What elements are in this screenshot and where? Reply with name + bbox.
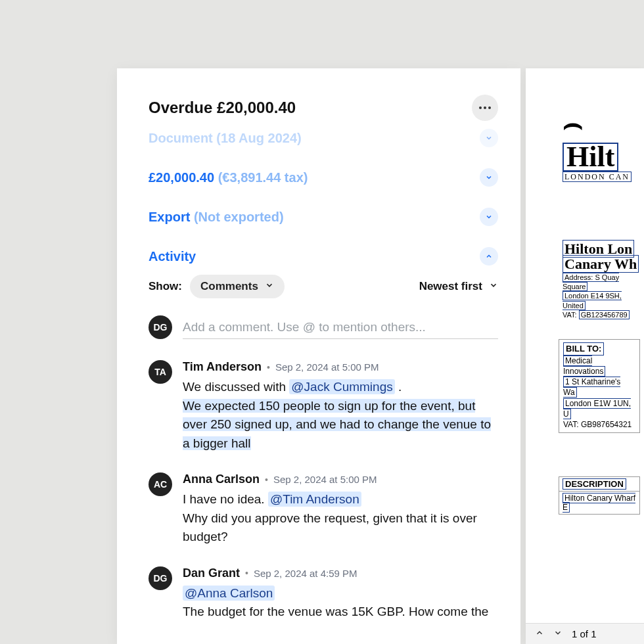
hotel-logo: ⌢ Hilt LONDON CAN	[563, 105, 644, 182]
mention[interactable]: @Anna Carlson	[183, 586, 275, 601]
comment-author: Tim Anderson	[183, 360, 262, 374]
section-document-label: Document (18 Aug 2024)	[149, 131, 302, 146]
comment: DG Dan Grant • Sep 2, 2024 at 4:59 PM @A…	[149, 566, 498, 622]
section-export-label: Export (Not exported)	[149, 210, 284, 225]
description-table: DESCRIPTION Hilton Canary Wharf E	[559, 476, 640, 515]
comment-time: Sep 2, 2024 at 5:00 PM	[273, 474, 377, 485]
comment-text: @Anna Carlson The budget for the venue w…	[183, 584, 498, 622]
avatar: DG	[149, 315, 172, 339]
comment-time: Sep 2, 2024 at 5:00 PM	[275, 361, 379, 373]
sort-dropdown[interactable]: Newest first	[419, 280, 498, 293]
comment-time: Sep 2, 2024 at 4:59 PM	[254, 568, 357, 579]
comment: AC Anna Carlson • Sep 2, 2024 at 5:00 PM…	[149, 472, 498, 547]
filter-show-dropdown[interactable]: Comments	[190, 275, 285, 298]
section-export[interactable]: Export (Not exported)	[149, 198, 498, 238]
avatar: TA	[149, 360, 172, 384]
comment-text: We discussed with @Jack Cummings . We ex…	[183, 378, 498, 453]
mention[interactable]: @Jack Cummings	[289, 379, 394, 394]
chevron-down-icon	[480, 129, 498, 147]
section-document[interactable]: Document (18 Aug 2024)	[149, 129, 498, 159]
page-title: Overdue £20,000.40	[149, 99, 296, 117]
more-menu-button[interactable]	[472, 95, 498, 121]
document-toolbar: 1 of 1	[526, 623, 644, 644]
chevron-down-icon	[265, 280, 274, 293]
section-amount-label: £20,000.40 (€3,891.44 tax)	[149, 170, 308, 185]
comment-composer: DG	[149, 315, 498, 339]
comment-author: Dan Grant	[183, 566, 240, 580]
comment-text: I have no idea. @Tim Anderson Why did yo…	[183, 490, 498, 547]
page-prev-button[interactable]	[532, 627, 547, 641]
invoice-heading: Hilton Lon Canary Wh	[563, 241, 644, 271]
panel-header: Overdue £20,000.40	[149, 95, 498, 121]
document-preview: ⌢ Hilt LONDON CAN Hilton Lon Canary Wh A…	[526, 68, 644, 644]
chevron-down-icon	[480, 168, 498, 187]
page-indicator: 1 of 1	[572, 628, 597, 639]
section-activity[interactable]: Activity	[149, 238, 498, 272]
avatar: DG	[149, 566, 172, 590]
comment-input[interactable]	[183, 316, 498, 339]
avatar: AC	[149, 472, 172, 496]
mention[interactable]: @Tim Anderson	[268, 492, 361, 507]
show-label: Show:	[149, 280, 182, 293]
details-panel: Overdue £20,000.40 Document (18 Aug 2024…	[117, 68, 520, 644]
page-next-button[interactable]	[551, 627, 565, 641]
comment: TA Tim Anderson • Sep 2, 2024 at 5:00 PM…	[149, 360, 498, 453]
chevron-up-icon	[480, 247, 498, 265]
activity-filters: Show: Comments Newest first	[149, 275, 498, 298]
bill-to-box: BILL TO: Medical Innovations 1 St Kathar…	[559, 339, 640, 433]
chevron-down-icon	[489, 280, 498, 293]
section-amount[interactable]: £20,000.40 (€3,891.44 tax)	[149, 159, 498, 198]
section-activity-label: Activity	[149, 249, 196, 264]
chevron-down-icon	[480, 208, 498, 226]
comment-author: Anna Carlson	[183, 472, 260, 486]
document-content[interactable]: ⌢ Hilt LONDON CAN Hilton Lon Canary Wh A…	[526, 68, 644, 624]
